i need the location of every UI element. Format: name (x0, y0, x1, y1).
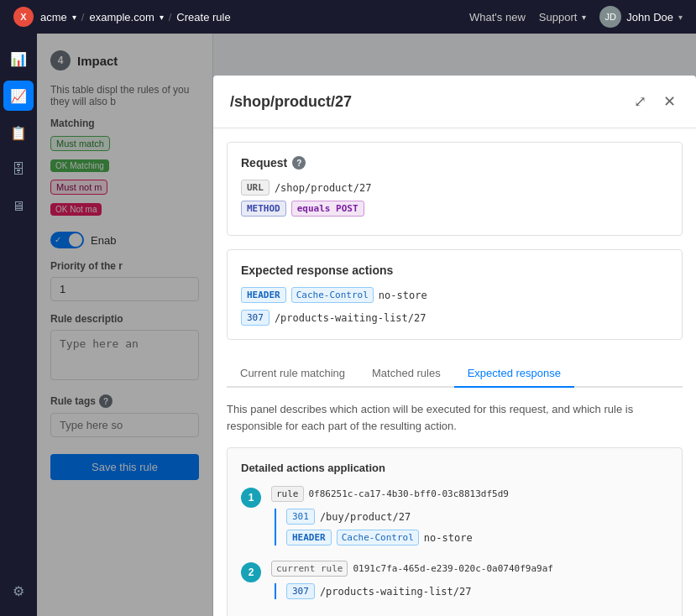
response-section-title: Expected response actions (241, 264, 668, 277)
close-button[interactable]: ✕ (660, 89, 679, 114)
action1-cache-badge: Cache-Control (337, 530, 419, 546)
response-header-badge: HEADER (241, 287, 286, 303)
modal-title: /shop/product/27 (230, 93, 631, 111)
action1-header-badge: HEADER (286, 530, 332, 546)
request-method-row: METHOD equals POST (241, 201, 668, 217)
tab-matched-rules[interactable]: Matched rules (358, 360, 454, 388)
sidebar-item-list[interactable]: 📋 (3, 117, 34, 148)
support-link[interactable]: Support (539, 11, 587, 23)
sidebar-item-analytics[interactable]: 📈 (3, 81, 34, 111)
action1-no-store: no-store (424, 532, 473, 544)
breadcrumb: acme / example.com / Create rule (40, 11, 231, 23)
request-section-title: Request ? (241, 156, 668, 170)
action2-redirect-path: /products-waiting-list/27 (320, 586, 472, 598)
logs-icon: 🗄 (12, 162, 25, 177)
action2-details: 307 /products-waiting-list/27 (275, 583, 668, 599)
response-307-badge: 307 (241, 310, 270, 326)
action2-redirect-badge: 307 (286, 583, 315, 599)
action1-details: 301 /buy/product/27 HEADER Cache-Control… (275, 509, 668, 546)
detailed-title: Detailed actions application (241, 462, 668, 474)
user-name: John Doe (626, 11, 673, 23)
response-no-store: no-store (379, 290, 427, 301)
request-help-icon[interactable]: ? (292, 156, 306, 170)
action-item-1: 1 rule 0f86251c-ca17-4b30-bff0-03c8813df… (241, 486, 668, 546)
request-url-row: URL /shop/product/27 (241, 180, 668, 196)
org-selector[interactable]: acme (40, 11, 76, 23)
sidebar-item-settings[interactable]: ⚙ (3, 576, 34, 606)
action-num-1: 1 (241, 488, 261, 508)
current-page: Create rule (176, 11, 230, 23)
action-rule-line-1: rule 0f86251c-ca17-4b30-bff0-03c8813df5d… (271, 486, 668, 502)
action-content-2: current rule 0191c7fa-465d-e239-020c-0a0… (271, 561, 668, 599)
list-icon: 📋 (10, 125, 27, 141)
url-badge: URL (241, 180, 270, 196)
action1-header-row: HEADER Cache-Control no-store (286, 530, 668, 546)
breadcrumb-sep-2: / (169, 11, 172, 23)
request-url-path: /shop/product/27 (275, 182, 372, 194)
tab-expected-response[interactable]: Expected response (454, 360, 574, 388)
method-badge: METHOD (241, 201, 286, 217)
chart-icon: 📊 (10, 51, 27, 67)
nav-right: What's new Support JD John Doe ▾ (469, 6, 683, 28)
action-num-2: 2 (241, 562, 261, 582)
action-content-1: rule 0f86251c-ca17-4b30-bff0-03c8813df5d… (271, 486, 668, 546)
logo[interactable]: X (13, 7, 34, 27)
action1-rule-id: 0f86251c-ca17-4b30-bff0-03c8813df5d9 (309, 488, 509, 499)
tab-content: This panel describes which action will b… (213, 388, 696, 616)
sidebar-item-logs[interactable]: 🗄 (3, 154, 34, 185)
main-content: 4 Impact This table displ the rules of y… (37, 34, 696, 616)
sidebar-item-monitor[interactable]: 🖥 (3, 191, 34, 222)
user-avatar: JD (599, 6, 621, 28)
modal-actions: ⤢ ✕ (631, 89, 679, 114)
response-header-row: HEADER Cache-Control no-store (241, 287, 668, 303)
sidebar: 📊 📈 📋 🗄 🖥 ⚙ (0, 34, 37, 616)
action1-redirect-path: /buy/product/27 (320, 511, 411, 523)
expand-button[interactable]: ⤢ (631, 89, 650, 114)
response-redirect-path: /products-waiting-list/27 (275, 312, 426, 324)
modal-body: Request ? URL /shop/product/27 METHOD eq… (213, 128, 696, 616)
monitor-icon: 🖥 (12, 199, 25, 214)
analytics-icon: 📈 (10, 88, 27, 104)
action1-rule-prefix: rule (271, 486, 304, 502)
tabs: Current rule matching Matched rules Expe… (227, 353, 683, 388)
action1-redirect: 301 /buy/product/27 (286, 509, 668, 525)
modal: /shop/product/27 ⤢ ✕ Request ? URL /shop… (213, 76, 696, 616)
response-cache-badge: Cache-Control (291, 287, 374, 303)
detailed-actions-section: Detailed actions application 1 rule 0f86… (227, 447, 683, 616)
current-rule-badge: current rule (271, 561, 348, 577)
user-menu[interactable]: JD John Doe ▾ (599, 6, 683, 28)
user-menu-chevron: ▾ (678, 13, 683, 22)
request-section: Request ? URL /shop/product/27 METHOD eq… (227, 142, 683, 236)
action2-redirect: 307 /products-waiting-list/27 (286, 583, 668, 599)
sidebar-item-chart[interactable]: 📊 (3, 44, 34, 74)
modal-header: /shop/product/27 ⤢ ✕ (213, 76, 696, 128)
action-rule-line-2: current rule 0191c7fa-465d-e239-020c-0a0… (271, 561, 668, 577)
settings-icon: ⚙ (13, 583, 24, 599)
action1-redirect-badge: 301 (286, 509, 315, 525)
site-selector[interactable]: example.com (89, 11, 163, 23)
method-value-badge: equals POST (291, 201, 364, 217)
tab-current-rule[interactable]: Current rule matching (227, 360, 358, 388)
response-section: Expected response actions HEADER Cache-C… (227, 249, 683, 340)
tab-description: This panel describes which action will b… (227, 401, 683, 434)
breadcrumb-sep-1: / (81, 11, 85, 23)
whats-new-link[interactable]: What's new (469, 11, 526, 23)
top-nav: X acme / example.com / Create rule What'… (0, 0, 696, 34)
response-redirect-row: 307 /products-waiting-list/27 (241, 310, 668, 326)
action-item-2: 2 current rule 0191c7fa-465d-e239-020c-0… (241, 561, 668, 599)
action2-rule-id: 0191c7fa-465d-e239-020c-0a0740f9a9af (353, 563, 552, 574)
